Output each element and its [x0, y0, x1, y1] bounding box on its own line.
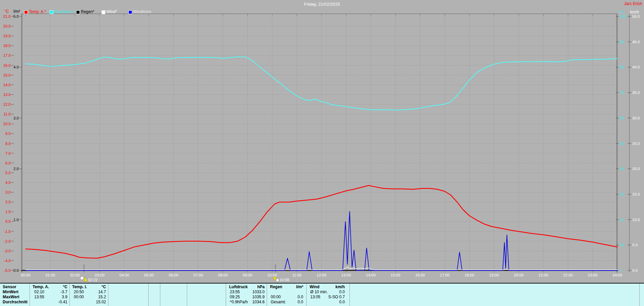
- svg-text:08:00: 08:00: [218, 273, 228, 277]
- station-name: Jarz Erich: [624, 1, 642, 6]
- svg-text:13.0: 13.0: [3, 93, 11, 97]
- svg-text:35.0: 35.0: [632, 91, 640, 95]
- table-divider: [160, 284, 160, 306]
- svg-text:-2.0: -2.0: [4, 239, 11, 243]
- table-divider: [267, 284, 267, 306]
- svg-text:03:00: 03:00: [95, 273, 105, 277]
- table-cell-value: 1035.9: [233, 295, 265, 299]
- legend-label-2: Feuchte A.*: [54, 9, 75, 14]
- svg-text:14.0: 14.0: [3, 83, 11, 87]
- svg-text:80: 80: [620, 65, 624, 69]
- table-cell-value: 15.02: [74, 300, 106, 304]
- legend-swatch-4: [102, 10, 105, 14]
- legend-swatch-5: [128, 10, 132, 14]
- table-cell-value: -0.41: [36, 300, 67, 304]
- svg-text:60: 60: [620, 116, 624, 120]
- legend-label-3: Regen*: [81, 9, 94, 14]
- legend-label-5: Windböen: [133, 9, 151, 14]
- rain-axis-labels: 5.04.03.02.01.00.0: [13, 14, 22, 272]
- table-cell-value: 15.2: [74, 295, 106, 299]
- svg-text:02:00: 02:00: [70, 273, 80, 277]
- svg-text:12.0: 12.0: [3, 102, 11, 106]
- table-divider: [108, 284, 108, 306]
- svg-text:5.0: 5.0: [13, 14, 19, 18]
- table-divider: [226, 284, 226, 306]
- svg-text:6.0: 6.0: [5, 161, 11, 165]
- table-row-label: Sensor: [3, 285, 16, 289]
- svg-text:45.0: 45.0: [632, 40, 640, 44]
- svg-text:3.0: 3.0: [13, 116, 19, 120]
- moon-icon: [80, 277, 83, 279]
- svg-text:00:00: 00:00: [21, 273, 31, 277]
- svg-text:13:00: 13:00: [341, 273, 351, 277]
- svg-text:05:00: 05:00: [144, 273, 154, 277]
- svg-text:7.0: 7.0: [5, 151, 11, 155]
- svg-text:23:00: 23:00: [588, 273, 598, 277]
- svg-text:17.0: 17.0: [3, 53, 11, 57]
- svg-text:-4.0: -4.0: [4, 259, 11, 263]
- table-col-unit: hPa: [233, 285, 265, 289]
- table-cell-value: S-SO 0.7: [313, 295, 345, 299]
- svg-text:17:00: 17:00: [440, 273, 450, 277]
- svg-text:0.0: 0.0: [632, 268, 638, 272]
- svg-text:40: 40: [620, 167, 624, 171]
- svg-text:40.0: 40.0: [632, 65, 640, 69]
- svg-text:9.0: 9.0: [5, 132, 11, 136]
- svg-text:11.0: 11.0: [3, 112, 11, 116]
- svg-text:07:00: 07:00: [194, 273, 203, 277]
- rain-axis-unit: l/m²: [13, 9, 20, 14]
- table-row-label: MaxWert: [3, 295, 19, 299]
- svg-text:24:00: 24:00: [612, 273, 622, 277]
- svg-text:-5.0: -5.0: [4, 268, 11, 272]
- table-col-unit: l/m²: [271, 285, 303, 289]
- table-row-label: MinWert: [3, 290, 18, 294]
- svg-text:15.0: 15.0: [632, 192, 640, 196]
- svg-text:4.0: 4.0: [5, 181, 11, 185]
- table-col-unit: °C: [74, 285, 106, 289]
- table-col-unit: °C: [36, 285, 67, 289]
- temp-axis-labels: 21.020.019.018.017.016.015.014.013.012.0…: [3, 14, 14, 272]
- plot-frame: [21, 14, 630, 272]
- svg-text:1.0: 1.0: [13, 218, 19, 222]
- svg-text:15:00: 15:00: [391, 273, 400, 277]
- legend-label-4: Wind*: [106, 9, 117, 14]
- svg-text:19.0: 19.0: [3, 34, 11, 38]
- svg-text:2.0: 2.0: [13, 167, 19, 171]
- chart-canvas: 21.020.019.018.017.016.015.014.013.012.0…: [0, 0, 644, 306]
- svg-text:06:00: 06:00: [169, 273, 178, 277]
- svg-text:18.0: 18.0: [3, 44, 11, 48]
- svg-text:20.0: 20.0: [3, 24, 11, 28]
- svg-text:70: 70: [620, 91, 624, 95]
- svg-text:4.0: 4.0: [13, 65, 19, 69]
- svg-text:21:00: 21:00: [539, 273, 548, 277]
- set-arrow-icon: [273, 277, 276, 281]
- table-cell-value: 0.0: [271, 295, 303, 299]
- weather-chart-window: 21.020.019.018.017.016.015.014.013.012.0…: [0, 0, 644, 306]
- svg-text:10: 10: [620, 243, 624, 247]
- wind-axis-unit: km/h: [630, 10, 639, 14]
- table-divider: [187, 284, 187, 306]
- table-cell-value: 0.0: [313, 300, 345, 304]
- svg-text:20: 20: [620, 218, 624, 222]
- x-axis-labels: 00:0001:0002:0003:0004:0005:0006:0007:00…: [21, 273, 622, 277]
- moon-icon: [276, 279, 279, 282]
- table-cell-value: -3.7: [36, 290, 67, 294]
- table-cell-value: 0.0: [313, 290, 345, 294]
- table-cell-value: 1034.6: [233, 300, 265, 304]
- table-row-label: Durchschnitt: [3, 300, 28, 304]
- svg-text:18:00: 18:00: [465, 273, 474, 277]
- svg-text:50: 50: [620, 142, 624, 146]
- svg-text:100: 100: [620, 14, 626, 18]
- table-cell-value: 0.0: [271, 300, 303, 304]
- svg-text:2.0: 2.0: [5, 200, 11, 204]
- gridlines: [22, 14, 618, 272]
- svg-text:16:00: 16:00: [415, 273, 425, 277]
- svg-text:02:22: 02:22: [88, 278, 98, 282]
- svg-text:21.0: 21.0: [3, 14, 11, 18]
- svg-text:10:00: 10:00: [267, 273, 277, 277]
- time-markers: [84, 264, 275, 272]
- marker-10-08: 10:08: [273, 277, 289, 282]
- date-title: Friday, 21/02/2025: [0, 2, 644, 7]
- svg-text:30.0: 30.0: [632, 116, 640, 120]
- svg-text:10:08: 10:08: [279, 278, 289, 282]
